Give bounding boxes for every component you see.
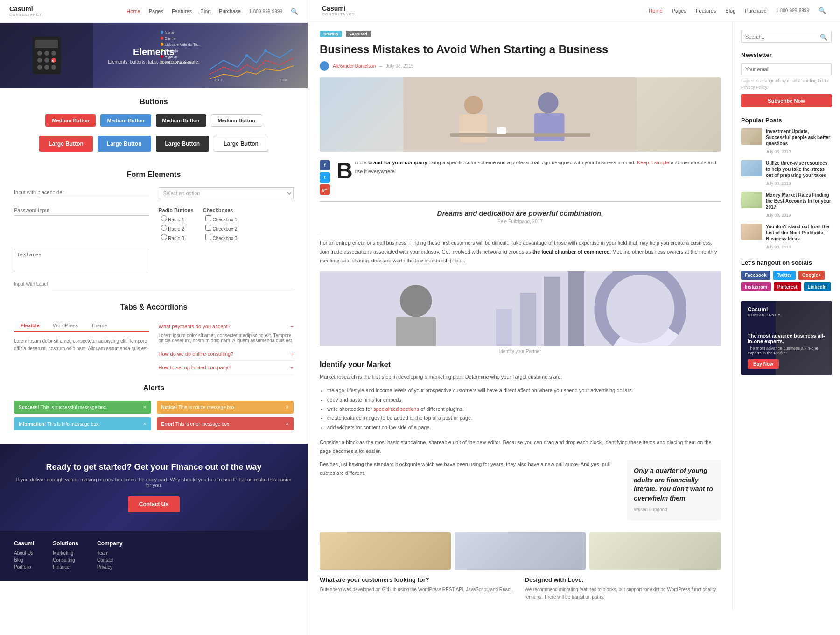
popular-post-title-4[interactable]: You don't stand out from the List of the…: [766, 224, 832, 242]
tab-theme[interactable]: Theme: [84, 320, 113, 331]
feature-col-1: What are your customers looking for? Gut…: [320, 576, 516, 601]
radio-3[interactable]: [161, 234, 167, 240]
btn-large-dark[interactable]: Large Button: [156, 136, 210, 152]
checkbox-3[interactable]: [205, 234, 211, 240]
footer-link-blog[interactable]: Blog: [14, 557, 34, 563]
alert-error: Error! This is error message box. ×: [157, 417, 294, 430]
checkbox-1[interactable]: [205, 215, 211, 221]
btn-large-outline[interactable]: Large Button: [214, 136, 268, 152]
popular-post-img-2: [741, 160, 762, 176]
input-with-label-field[interactable]: [52, 279, 294, 289]
social-btn-google[interactable]: g+: [320, 184, 330, 195]
right-nav-pages[interactable]: Pages: [672, 8, 686, 14]
form-select[interactable]: Select an option: [159, 187, 294, 199]
right-search-icon[interactable]: 🔍: [819, 7, 826, 14]
btn-medium-outline[interactable]: Medium Button: [211, 114, 262, 127]
sidebar-search: 🔍: [741, 31, 832, 43]
list-link-specialized[interactable]: specialized sections: [373, 406, 419, 412]
form-input-password[interactable]: [14, 205, 149, 216]
btn-medium-dark[interactable]: Medium Button: [156, 114, 206, 127]
footer-link-finance[interactable]: Finance: [53, 564, 78, 570]
left-nav-home[interactable]: Home: [126, 8, 140, 14]
social-link-facebook[interactable]: Facebook: [741, 271, 770, 280]
svg-point-25: [400, 285, 432, 317]
alert-error-close[interactable]: ×: [286, 421, 289, 427]
social-btn-facebook[interactable]: f: [320, 160, 330, 170]
tabs-left: Flexible WordPress Theme Lorem ipsum dol…: [14, 320, 149, 374]
pullout-box: Only a quarter of young adults are finan…: [627, 460, 721, 520]
btn-medium-red[interactable]: Medium Button: [45, 114, 96, 127]
footer-link-marketing[interactable]: Marketing: [53, 550, 78, 556]
footer-link-portfolio[interactable]: Portfolio: [14, 564, 34, 570]
hero-text-block: Elements Elements, buttons, tabs, accord…: [108, 47, 199, 64]
right-nav-blog[interactable]: Blog: [725, 8, 735, 14]
form-input-placeholder[interactable]: [14, 187, 149, 198]
btn-large-red[interactable]: Large Button: [39, 136, 93, 152]
checkbox-2[interactable]: [205, 225, 211, 231]
blog-link-simple[interactable]: Keep it simple: [637, 160, 669, 165]
cta-subtitle: If you deliver enough value, making mone…: [14, 477, 294, 488]
social-link-google[interactable]: Google+: [798, 271, 825, 280]
blog-title: Business Mistakes to Avoid When Starting…: [320, 42, 721, 56]
blog-intro-text: uild a brand for your company using a sp…: [355, 160, 716, 174]
right-nav-features[interactable]: Features: [696, 8, 716, 14]
social-link-instagram[interactable]: Instagram: [741, 282, 771, 291]
footer-col1-title: Casumi: [14, 540, 34, 547]
footer-link-about[interactable]: About Us: [14, 550, 34, 556]
large-buttons-grid: Large Button Large Button Large Button L…: [14, 136, 294, 152]
tab-flexible[interactable]: Flexible: [14, 320, 46, 332]
btn-medium-blue[interactable]: Medium Button: [100, 114, 151, 127]
radio-1[interactable]: [161, 215, 167, 221]
sidebar-search-input[interactable]: [742, 31, 816, 42]
footer-link-privacy[interactable]: Privacy: [97, 564, 123, 570]
accordion-header-3[interactable]: How to set up limited company? +: [159, 361, 294, 374]
social-share: f t g+: [320, 160, 330, 195]
alert-info-close[interactable]: ×: [143, 421, 146, 427]
tabs-bar: Flexible WordPress Theme: [14, 320, 149, 332]
svg-rect-27: [496, 309, 512, 346]
tab-wordpress[interactable]: WordPress: [46, 320, 84, 331]
sidebar-ad-logo: Casumi CONSULTANCY.: [748, 306, 782, 317]
social-link-pinterest[interactable]: Pinterest: [774, 282, 801, 291]
radio-group: Radio Buttons Radio 1 Radio 2 Radio 3: [159, 205, 194, 243]
bottom-img-2: [455, 532, 586, 570]
left-nav-blog[interactable]: Blog: [200, 8, 210, 14]
cta-button[interactable]: Contact Us: [128, 496, 180, 512]
left-nav-pages[interactable]: Pages: [149, 8, 163, 14]
btn-large-blue[interactable]: Large Button: [98, 136, 151, 152]
right-nav-purchase[interactable]: Purchase: [745, 8, 766, 14]
left-nav-features[interactable]: Features: [172, 8, 192, 14]
accordion-header-1[interactable]: What payments do you accept? −: [159, 320, 294, 333]
sidebar-search-button[interactable]: 🔍: [816, 31, 831, 42]
radio-2[interactable]: [161, 225, 167, 231]
footer-link-contact[interactable]: Contact: [97, 557, 123, 563]
form-col-textarea: [14, 249, 149, 274]
newsletter-email-input[interactable]: [741, 63, 832, 75]
svg-point-9: [51, 51, 56, 56]
popular-post-title-2[interactable]: Utilize three-wise resources to help you…: [766, 160, 832, 178]
popular-post-title-1[interactable]: Investment Update, Successful people ask…: [766, 128, 832, 147]
tab-content-text: Lorem ipsum dolor sit amet, consectetur …: [14, 338, 149, 353]
tabs-section: Tabs & Accordions Flexible WordPress The…: [0, 303, 308, 384]
svg-rect-21: [534, 113, 565, 141]
author-link[interactable]: Alexander Danielson: [333, 64, 376, 69]
left-search-icon[interactable]: 🔍: [291, 8, 298, 15]
popular-post-img-4: [741, 224, 762, 240]
alert-success-close[interactable]: ×: [143, 404, 146, 410]
right-nav-home[interactable]: Home: [649, 8, 662, 14]
footer-link-consulting[interactable]: Consulting: [53, 557, 78, 563]
social-link-twitter[interactable]: Twitter: [773, 271, 796, 280]
form-col-select: Select an option: [159, 187, 294, 199]
left-nav-purchase[interactable]: Purchase: [219, 8, 240, 14]
form-textarea[interactable]: [14, 249, 149, 272]
popular-post-title-3[interactable]: Money Market Rates Finding the Best Acco…: [766, 192, 832, 210]
accordion-label-1: What payments do you accept?: [159, 324, 231, 329]
sidebar-ad-button[interactable]: Buy Now: [748, 359, 779, 369]
footer-link-team[interactable]: Team: [97, 550, 123, 556]
social-link-linkedin[interactable]: LinkedIn: [804, 282, 831, 291]
newsletter-button[interactable]: Subscribe Now: [741, 94, 832, 107]
social-btn-twitter[interactable]: t: [320, 172, 330, 183]
alert-notice-close[interactable]: ×: [286, 404, 289, 410]
right-nav-links: Home Pages Features Blog Purchase 1-800-…: [649, 7, 826, 14]
accordion-header-2[interactable]: How do we do online consulting? +: [159, 347, 294, 360]
